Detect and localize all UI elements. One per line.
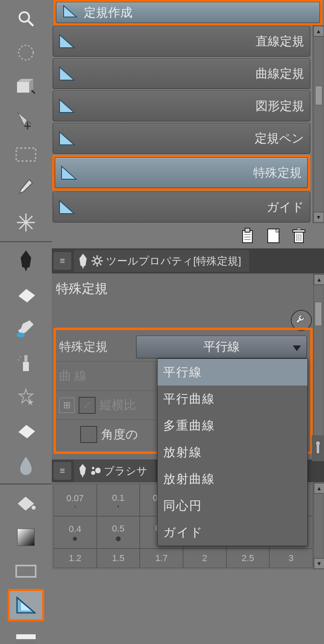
brush-size-cell[interactable]: 1.2 bbox=[53, 549, 97, 568]
decoration-tool[interactable] bbox=[8, 381, 44, 413]
subtool-item[interactable]: 特殊定規 bbox=[55, 157, 308, 188]
svg-point-26 bbox=[32, 506, 36, 510]
dropdown-option[interactable]: 平行線 bbox=[158, 359, 307, 386]
aspect-checkbox[interactable]: ✓ bbox=[79, 397, 96, 414]
dropdown-option[interactable]: 放射線 bbox=[158, 439, 307, 466]
scroll-up-button[interactable]: ▲ bbox=[314, 274, 324, 285]
brush-size-cell[interactable]: 1.5 bbox=[97, 549, 140, 568]
brush-size-cell[interactable]: 3 bbox=[269, 549, 313, 568]
dropdown-option[interactable]: 平行曲線 bbox=[158, 386, 307, 412]
svg-line-62 bbox=[100, 257, 101, 258]
gradient-tool[interactable] bbox=[8, 521, 44, 553]
angle-checkbox[interactable]: ✓ bbox=[80, 426, 97, 443]
prop-label-curve: 曲線 bbox=[59, 368, 132, 384]
svg-rect-28 bbox=[16, 566, 36, 577]
subtool-tab-ruler-create[interactable]: 定規作成 bbox=[56, 2, 320, 23]
svg-marker-37 bbox=[60, 132, 74, 145]
brush-size-scrollbar[interactable]: ▲ ▼ bbox=[313, 482, 324, 570]
tool-property-scrollbar[interactable]: ▲ ▼ bbox=[313, 273, 324, 460]
move-tool[interactable] bbox=[8, 104, 44, 137]
eraser-tool[interactable] bbox=[8, 279, 44, 311]
new-icon[interactable] bbox=[262, 226, 285, 246]
scroll-thumb[interactable] bbox=[315, 86, 322, 105]
scroll-track[interactable] bbox=[314, 494, 323, 557]
prop-label-special-ruler: 特殊定規 bbox=[59, 339, 132, 355]
blur-tool[interactable] bbox=[8, 449, 44, 481]
svg-rect-19 bbox=[24, 355, 28, 362]
brush-size-tab[interactable]: ブラシサ bbox=[74, 460, 156, 482]
pen-tool[interactable] bbox=[8, 245, 44, 277]
special-ruler-value: 平行線 bbox=[203, 339, 240, 355]
subtool-item-label: 曲線定規 bbox=[256, 66, 304, 82]
dropdown-option[interactable]: 放射曲線 bbox=[158, 466, 307, 492]
3d-object-tool[interactable] bbox=[8, 70, 44, 103]
brush-size-cell[interactable]: 0.07 bbox=[53, 484, 97, 516]
fill-bucket-tool[interactable] bbox=[8, 487, 44, 519]
toneline-tool[interactable] bbox=[8, 623, 44, 644]
grid-icon: ⊞ bbox=[59, 398, 75, 413]
chevron-down-icon bbox=[293, 340, 301, 354]
brush-size-cell[interactable]: 2.5 bbox=[226, 549, 270, 568]
trash-icon[interactable] bbox=[288, 226, 310, 246]
airbrush-tool[interactable] bbox=[8, 347, 44, 379]
brush-size-cell[interactable]: 2 bbox=[183, 549, 226, 568]
dropdown-option[interactable]: ガイド bbox=[158, 519, 307, 546]
lasso-tool[interactable] bbox=[8, 36, 44, 69]
blend-eraser-tool[interactable] bbox=[8, 415, 44, 447]
subtool-scrollbar[interactable]: ▲ ▼ bbox=[313, 25, 324, 223]
svg-marker-66 bbox=[81, 475, 84, 478]
scroll-down-button[interactable]: ▼ bbox=[314, 558, 324, 569]
eyedropper-tool[interactable] bbox=[8, 172, 44, 205]
brush-size-dot bbox=[73, 537, 77, 541]
scroll-thumb[interactable] bbox=[315, 302, 322, 326]
svg-marker-6 bbox=[18, 112, 32, 125]
rectangle-tool[interactable] bbox=[8, 555, 44, 587]
zoom-tool[interactable] bbox=[8, 2, 44, 35]
brush-size-title-label: ブラシサ bbox=[104, 464, 147, 478]
svg-point-21 bbox=[18, 359, 19, 361]
svg-rect-9 bbox=[16, 148, 36, 161]
dropdown-option[interactable]: 同心円 bbox=[158, 492, 307, 519]
subtool-item[interactable]: ガイド bbox=[53, 192, 310, 222]
panel-menu-icon[interactable]: ≡ bbox=[53, 462, 71, 480]
svg-marker-65 bbox=[79, 464, 86, 475]
brush-size-label: 2.5 bbox=[242, 553, 254, 564]
scroll-down-button[interactable]: ▼ bbox=[313, 212, 324, 222]
brush-size-cell[interactable]: 0.5 bbox=[97, 516, 140, 549]
panel-menu-icon[interactable]: ≡ bbox=[53, 252, 71, 270]
wrench-side-icon[interactable] bbox=[312, 435, 324, 461]
scroll-track[interactable] bbox=[314, 37, 323, 211]
brush-size-cell[interactable]: 0.4 bbox=[53, 516, 97, 549]
brush-size-cell[interactable]: 1.7 bbox=[140, 549, 183, 568]
subtool-header: 定規作成 bbox=[52, 0, 324, 25]
tool-property-tab[interactable]: ツールプロパティ[特殊定規] bbox=[74, 250, 249, 272]
svg-marker-38 bbox=[62, 166, 76, 179]
subtool-item[interactable]: 定規ペン bbox=[53, 123, 310, 154]
subtool-item-label: 図形定規 bbox=[256, 98, 304, 114]
scroll-up-button[interactable]: ▲ bbox=[313, 26, 324, 36]
svg-marker-36 bbox=[60, 100, 74, 112]
dropdown-option[interactable]: 多重曲線 bbox=[158, 412, 307, 439]
special-ruler-dropdown[interactable]: 平行線 bbox=[136, 336, 307, 358]
marquee-tool[interactable] bbox=[8, 138, 44, 171]
brush-size-cell[interactable]: 0.1 bbox=[97, 484, 140, 516]
subtool-item[interactable]: 直線定規 bbox=[53, 26, 310, 57]
svg-marker-54 bbox=[82, 266, 84, 269]
brush-size-dot bbox=[116, 536, 121, 541]
subtool-actions bbox=[52, 223, 324, 248]
svg-point-20 bbox=[19, 356, 21, 358]
scroll-up-button[interactable]: ▲ bbox=[314, 483, 324, 494]
ruler-icon bbox=[59, 131, 77, 146]
svg-line-63 bbox=[93, 263, 95, 265]
spark-tool[interactable] bbox=[8, 206, 44, 239]
scroll-track[interactable] bbox=[314, 286, 323, 447]
svg-rect-18 bbox=[23, 362, 29, 371]
brush-tool[interactable] bbox=[8, 313, 44, 345]
special-ruler-dropdown-menu[interactable]: 平行線平行曲線多重曲線放射線放射曲線同心円ガイド bbox=[157, 358, 308, 546]
ruler-icon bbox=[59, 99, 77, 113]
tool-property-title-label: ツールプロパティ[特殊定規] bbox=[106, 254, 241, 268]
subtool-item[interactable]: 図形定規 bbox=[53, 91, 310, 121]
subtool-item[interactable]: 曲線定規 bbox=[53, 58, 310, 89]
clipboard-icon[interactable] bbox=[237, 226, 260, 246]
ruler-tool[interactable] bbox=[8, 589, 44, 621]
